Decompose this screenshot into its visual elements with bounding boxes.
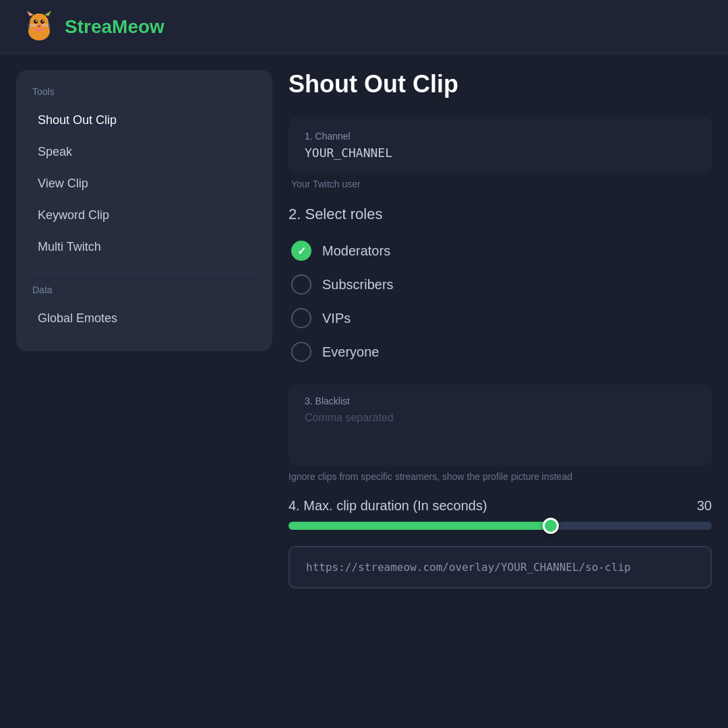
svg-point-17	[38, 28, 41, 31]
checkbox-vips[interactable]	[291, 308, 311, 328]
svg-point-7	[40, 20, 44, 24]
max-duration-label: 4. Max. clip duration (In seconds)	[289, 498, 487, 514]
blacklist-input-box[interactable]: 3. Blacklist Comma separated	[289, 385, 712, 466]
role-option-everyone[interactable]: Everyone	[289, 335, 712, 369]
checkbox-moderators[interactable]	[291, 241, 311, 261]
blacklist-label: 3. Blacklist	[305, 396, 696, 406]
url-text: https://streameow.com/overlay/YOUR_CHANN…	[306, 561, 694, 574]
sidebar-item-global-emotes[interactable]: Global Emotes	[27, 303, 262, 334]
sidebar-item-multi-twitch[interactable]: Multi Twitch	[27, 232, 262, 262]
blacklist-placeholder: Comma separated	[305, 412, 696, 424]
sidebar-item-speak[interactable]: Speak	[27, 137, 262, 167]
sidebar-divider	[32, 273, 256, 274]
slider-fill	[289, 522, 551, 530]
logo-text: StreaMeow	[65, 16, 164, 38]
roles-section: 2. Select roles Moderators Subscribers V…	[289, 206, 712, 369]
svg-point-10	[38, 24, 40, 26]
max-duration-section: 4. Max. clip duration (In seconds) 30	[289, 498, 712, 530]
logo-icon	[22, 9, 57, 44]
channel-label: 1. Channel	[305, 131, 696, 142]
channel-input-box[interactable]: 1. Channel YOUR_CHANNEL	[289, 117, 712, 173]
sidebar-item-keyword-clip[interactable]: Keyword Clip	[27, 200, 262, 231]
blacklist-hint: Ignore clips from specific streamers, sh…	[289, 471, 712, 482]
roles-heading: 2. Select roles	[289, 206, 712, 223]
channel-hint: Your Twitch user	[289, 179, 712, 189]
blacklist-section: 3. Blacklist Comma separated Ignore clip…	[289, 385, 712, 482]
role-label-subscribers: Subscribers	[322, 277, 394, 293]
max-duration-value: 30	[697, 498, 712, 514]
checkbox-subscribers[interactable]	[291, 274, 311, 295]
role-option-vips[interactable]: VIPs	[289, 301, 712, 335]
role-label-vips: VIPs	[322, 311, 351, 326]
main-layout: Tools Shout Out Clip Speak View Clip Key…	[0, 54, 728, 728]
url-box[interactable]: https://streameow.com/overlay/YOUR_CHANN…	[289, 546, 712, 588]
role-label-everyone: Everyone	[322, 344, 380, 360]
role-option-moderators[interactable]: Moderators	[289, 234, 712, 268]
app-header: StreaMeow	[0, 0, 728, 54]
checkbox-everyone[interactable]	[291, 342, 311, 362]
data-section-label: Data	[27, 284, 262, 295]
role-option-subscribers[interactable]: Subscribers	[289, 268, 712, 301]
svg-point-6	[34, 20, 38, 24]
channel-section: 1. Channel YOUR_CHANNEL Your Twitch user	[289, 117, 712, 189]
logo: StreaMeow	[22, 9, 164, 44]
slider-track[interactable]	[289, 522, 712, 530]
slider-header: 4. Max. clip duration (In seconds) 30	[289, 498, 712, 514]
tools-section-label: Tools	[27, 86, 262, 97]
main-content: Shout Out Clip 1. Channel YOUR_CHANNEL Y…	[289, 70, 712, 712]
svg-point-9	[42, 20, 44, 22]
sidebar-item-shout-out-clip[interactable]: Shout Out Clip	[27, 105, 262, 135]
channel-value: YOUR_CHANNEL	[305, 146, 696, 160]
role-label-moderators: Moderators	[322, 243, 390, 259]
page-title: Shout Out Clip	[289, 70, 712, 98]
sidebar: Tools Shout Out Clip Speak View Clip Key…	[16, 70, 272, 351]
sidebar-item-view-clip[interactable]: View Clip	[27, 169, 262, 199]
svg-point-8	[36, 20, 37, 22]
slider-thumb[interactable]	[543, 518, 559, 534]
